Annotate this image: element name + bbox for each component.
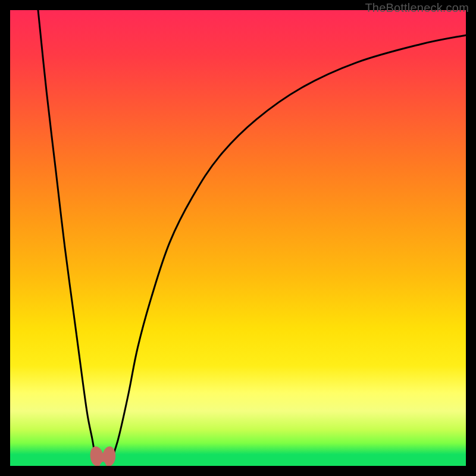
cusp-blob bbox=[90, 446, 116, 466]
chart-svg bbox=[10, 10, 466, 466]
plot-area bbox=[10, 10, 466, 466]
watermark-text: TheBottleneck.com bbox=[365, 1, 469, 15]
chart-frame: TheBottleneck.com bbox=[0, 0, 476, 476]
curve-left-branch bbox=[37, 10, 98, 462]
curve-right-branch bbox=[111, 35, 466, 461]
